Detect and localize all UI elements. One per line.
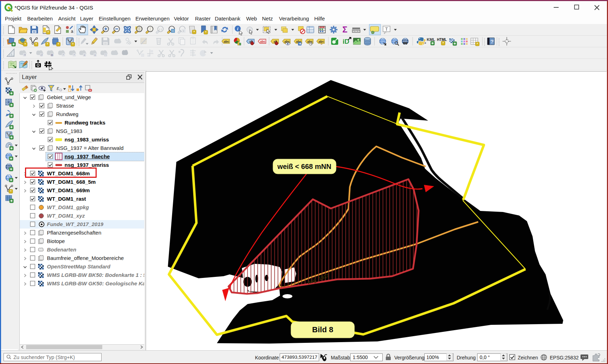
svg-text:T: T <box>385 26 388 32</box>
svg-text:□: □ <box>105 53 107 57</box>
svg-text:⬢: ⬢ <box>51 53 54 57</box>
svg-text:a: a <box>71 29 73 34</box>
svg-text:*: * <box>74 53 75 57</box>
svg-text:Bild 8: Bild 8 <box>312 325 333 334</box>
svg-text:*: * <box>35 42 37 47</box>
svg-text:*: * <box>24 42 26 47</box>
svg-text:*: * <box>10 189 12 194</box>
svg-text:>: > <box>424 41 426 45</box>
svg-text:*: * <box>205 30 207 35</box>
svg-text:weiß < 668 mNN: weiß < 668 mNN <box>277 163 332 170</box>
svg-text:ε: ε <box>57 85 59 91</box>
svg-text:?: ? <box>490 38 493 44</box>
svg-text:iD: iD <box>343 38 349 45</box>
svg-text:Σ: Σ <box>342 25 347 34</box>
svg-text:›: › <box>183 29 184 33</box>
svg-text:abc: abc <box>224 40 229 43</box>
svg-text:1:1: 1:1 <box>159 28 162 31</box>
svg-text:‹: ‹ <box>172 29 174 33</box>
svg-text:*: * <box>57 42 59 47</box>
svg-text:*: * <box>72 42 74 47</box>
svg-text:x: x <box>94 53 96 57</box>
svg-text:*: * <box>47 42 48 47</box>
svg-text:*: * <box>442 41 444 46</box>
svg-text:HTML: HTML <box>437 38 447 42</box>
svg-text:↺: ↺ <box>40 53 43 57</box>
svg-text:KML: KML <box>427 37 435 42</box>
svg-text:*: * <box>47 30 49 35</box>
svg-text:*: * <box>63 53 64 57</box>
svg-text:abc: abc <box>260 40 266 43</box>
svg-text:*: * <box>193 30 195 34</box>
svg-text:*: * <box>476 42 478 46</box>
svg-text:x: x <box>84 53 85 57</box>
